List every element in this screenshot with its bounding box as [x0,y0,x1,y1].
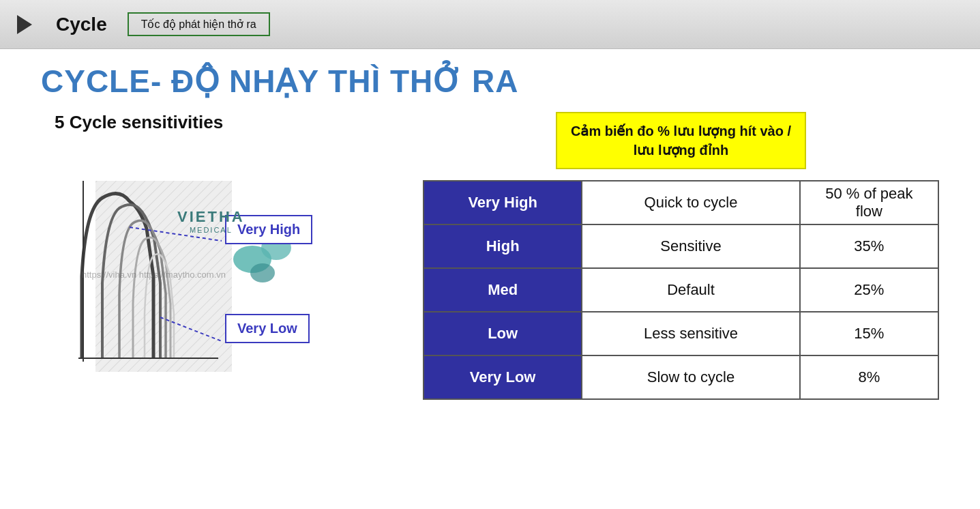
table-desc-1: Sensitive [582,224,799,268]
info-box-line2: lưu lượng đỉnh [634,143,729,158]
vietha-sub: MEDICAL [177,226,245,234]
table-row: MedDefault25% [424,268,938,312]
diagram-title: 5 Cycle sensitivities [55,112,396,133]
table-pct-3: 15% [800,312,938,355]
diagram-section: 5 Cycle sensitivities [41,112,396,406]
table-pct-1: 35% [800,224,938,268]
main-content: CYCLE- ĐỘ NHẠY THÌ THỞ RA 5 Cycle sensit… [0,49,980,509]
vietha-logo: VIETHA MEDICAL [177,208,245,234]
info-box-line1: Cảm biến đo % lưu lượng hít vào / [571,123,791,139]
play-icon [17,15,32,34]
table-desc-0: Quick to cycle [582,181,799,224]
table-label-1: High [424,224,582,268]
table-label-2: Med [424,268,582,312]
table-pct-2: 25% [800,268,938,312]
table-row: LowLess sensitive15% [424,312,938,355]
table-row: Very HighQuick to cycle50 % of peak flow [424,181,938,224]
header-badge: Tốc độ phát hiện thở ra [128,12,270,36]
table-pct-0: 50 % of peak flow [800,181,938,224]
info-box: Cảm biến đo % lưu lượng hít vào / lưu lư… [556,112,806,169]
table-desc-4: Slow to cycle [582,355,799,399]
table-label-3: Low [424,312,582,355]
very-low-label: Very Low [225,314,310,343]
table-row: HighSensitive35% [424,224,938,268]
header-badge-text: Tốc độ phát hiện thở ra [141,18,256,30]
play-button[interactable] [14,14,35,35]
right-section: Cảm biến đo % lưu lượng hít vào / lưu lư… [423,112,939,400]
table-row: Very LowSlow to cycle8% [424,355,938,399]
sensitivity-table: Very HighQuick to cycle50 % of peak flow… [423,180,939,400]
diagram-area: Very High Very Low VIETHA MEDICAL https:… [41,140,396,406]
content-area: 5 Cycle sensitivities [41,112,939,406]
page-title: CYCLE- ĐỘ NHẠY THÌ THỞ RA [41,63,939,100]
vietha-text: VIETHA [177,208,245,226]
watermark: https://viha.vn https://maytho.com.vn [82,270,226,280]
table-pct-4: 8% [800,355,938,399]
table-desc-3: Less sensitive [582,312,799,355]
header-title: Cycle [56,14,107,35]
svg-point-9 [250,263,275,282]
table-label-4: Very Low [424,355,582,399]
header-bar: Cycle Tốc độ phát hiện thở ra [0,0,980,49]
table-label-0: Very High [424,181,582,224]
table-desc-2: Default [582,268,799,312]
